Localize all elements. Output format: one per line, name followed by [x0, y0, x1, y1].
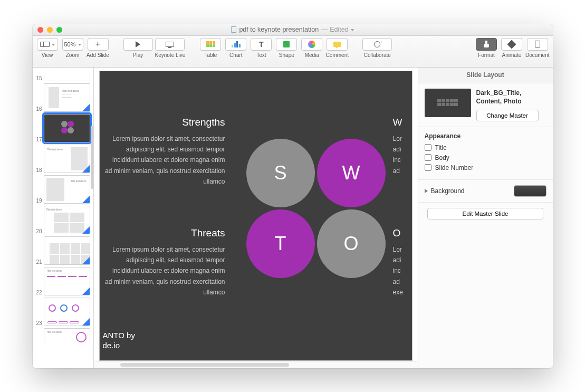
- title-checkbox[interactable]: Title: [425, 144, 546, 151]
- slide-thumb-selected[interactable]: ○○○: [44, 114, 90, 142]
- thumb-number: 18: [35, 167, 42, 173]
- circle-w[interactable]: W: [317, 139, 386, 207]
- format-icon: [483, 41, 490, 48]
- change-master-button[interactable]: Change Master: [476, 110, 539, 121]
- window-controls: [33, 27, 62, 33]
- comment-button[interactable]: Comment: [325, 38, 349, 58]
- canvas-scroll[interactable]: Strengths Lorem ipsum dolor sit amet, co…: [94, 68, 418, 361]
- threats-title[interactable]: Threats: [104, 227, 225, 239]
- collaborate-button[interactable]: Collaborate: [362, 38, 392, 58]
- slide-thumb[interactable]: Title text demo──────────: [44, 83, 90, 112]
- strengths-body[interactable]: Lorem ipsum dolor sit amet, consectetur …: [104, 133, 225, 187]
- opportunities-title[interactable]: O: [393, 227, 412, 239]
- media-button[interactable]: Media: [300, 38, 323, 58]
- body-checkbox[interactable]: Body: [425, 154, 546, 161]
- chart-button[interactable]: Chart: [224, 38, 247, 58]
- slide-thumb[interactable]: Title text demo: [44, 206, 90, 234]
- thumb-number: 17: [35, 137, 42, 142]
- opportunities-body[interactable]: Loradiincadexe: [393, 244, 412, 298]
- text-icon: T: [259, 40, 264, 49]
- play-icon: [136, 41, 140, 47]
- titlebar: pdf to keynote presentation — Edited: [33, 24, 553, 36]
- edit-master-button[interactable]: Edit Master Slide: [427, 208, 543, 219]
- layout-thumbnail: [425, 89, 471, 117]
- document-icon: [535, 41, 540, 47]
- circle-o[interactable]: O: [317, 209, 386, 278]
- table-icon: [206, 41, 215, 47]
- title-text: pdf to keynote presentation: [239, 26, 319, 33]
- keynote-live-button[interactable]: Keynote Live: [155, 38, 186, 58]
- canvas-area: Strengths Lorem ipsum dolor sit amet, co…: [94, 68, 418, 368]
- thumb-number: 22: [35, 290, 42, 295]
- add-slide-button[interactable]: + Add Slide: [87, 38, 110, 58]
- view-button[interactable]: View: [36, 38, 59, 58]
- zoom-button[interactable]: 50% Zoom: [61, 38, 84, 58]
- slide-thumb[interactable]: Title text demo○○○: [44, 175, 90, 204]
- background-disclosure[interactable]: Background: [425, 187, 465, 195]
- live-icon: [166, 42, 174, 47]
- horizontal-scrollbar[interactable]: [94, 361, 418, 368]
- comment-icon: [333, 42, 341, 47]
- shape-icon: [283, 41, 290, 47]
- animate-icon: [507, 40, 516, 49]
- view-icon: [40, 42, 50, 47]
- format-tab[interactable]: Format: [475, 38, 498, 58]
- slide-thumb[interactable]: [44, 298, 90, 326]
- thumb-number: 15: [35, 75, 42, 81]
- document-tab[interactable]: Document: [525, 38, 550, 58]
- slide-number-checkbox[interactable]: Slide Number: [425, 164, 546, 171]
- document-icon: [231, 26, 236, 33]
- background-swatch[interactable]: [514, 185, 546, 197]
- appearance-label: Appearance: [425, 132, 546, 140]
- slide-thumb[interactable]: ○○○: [44, 71, 90, 81]
- media-icon: [308, 41, 315, 48]
- weaknesses-body[interactable]: Loradiincad: [393, 133, 412, 177]
- scrollbar-thumb[interactable]: [91, 126, 94, 189]
- weaknesses-title[interactable]: W: [393, 117, 412, 128]
- toolbar: View 50% Zoom + Add Slide Play Keynote L…: [33, 36, 553, 68]
- play-button[interactable]: Play: [123, 38, 153, 58]
- slide-thumb[interactable]: [44, 236, 90, 265]
- strengths-title[interactable]: Strengths: [104, 117, 225, 128]
- animate-tab[interactable]: Animate: [500, 38, 523, 58]
- chart-icon: [232, 41, 241, 47]
- thumb-number: 16: [35, 106, 42, 112]
- minimize-icon[interactable]: [47, 27, 53, 33]
- body: 15○○○ 16Title text demo────────── 17○○○ …: [33, 68, 553, 368]
- text-button[interactable]: TText: [250, 38, 273, 58]
- scrollbar-thumb[interactable]: [120, 363, 289, 367]
- fullscreen-icon[interactable]: [56, 27, 62, 33]
- thumb-number: 19: [35, 198, 42, 204]
- plus-icon: +: [95, 40, 100, 49]
- slide-thumb[interactable]: Title text demo: [44, 328, 90, 344]
- thumb-number: 23: [35, 320, 42, 326]
- thumb-number: 20: [35, 228, 42, 234]
- window-title: pdf to keynote presentation — Edited: [33, 26, 553, 33]
- format-inspector: Slide Layout Dark_BG_Title, Content, Pho…: [418, 68, 553, 368]
- layout-name: Dark_BG_Title, Content, Photo: [476, 89, 546, 106]
- slide-canvas[interactable]: Strengths Lorem ipsum dolor sit amet, co…: [99, 71, 413, 361]
- slide-navigator[interactable]: 15○○○ 16Title text demo────────── 17○○○ …: [33, 68, 94, 368]
- circle-t[interactable]: T: [246, 209, 315, 278]
- app-window: pdf to keynote presentation — Edited Vie…: [33, 24, 553, 368]
- collaborate-icon: [374, 41, 380, 47]
- slide-thumb[interactable]: Title text demo: [44, 145, 90, 173]
- slide-footer[interactable]: ANTO byde.io: [103, 331, 135, 351]
- shape-button[interactable]: Shape: [275, 38, 298, 58]
- chevron-right-icon: [425, 189, 428, 193]
- slide-thumb[interactable]: Title text demo: [44, 267, 90, 295]
- inspector-header: Slide Layout: [418, 68, 553, 83]
- thumb-number: 21: [35, 259, 42, 265]
- circle-s[interactable]: S: [246, 139, 315, 207]
- close-icon[interactable]: [37, 27, 43, 33]
- table-button[interactable]: Table: [199, 38, 222, 58]
- threats-body[interactable]: Lorem ipsum dolor sit amet, consectetur …: [104, 244, 225, 298]
- edited-indicator[interactable]: — Edited: [321, 26, 353, 33]
